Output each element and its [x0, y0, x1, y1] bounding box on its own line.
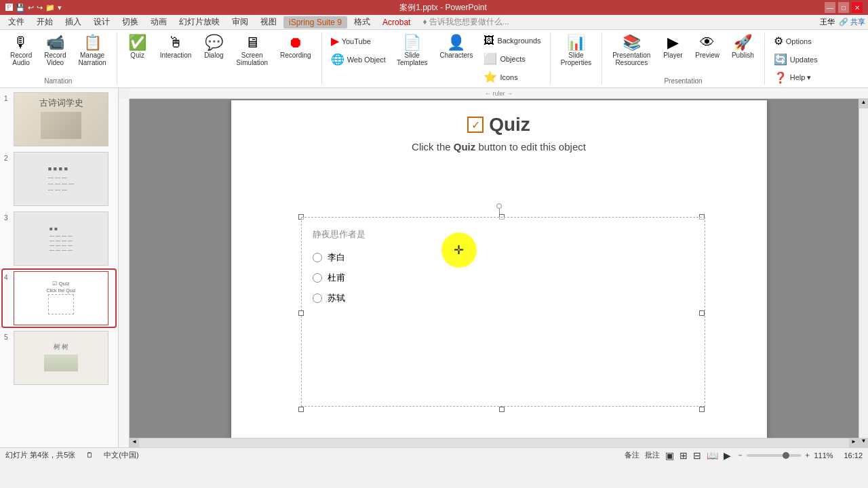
menu-animation[interactable]: 动画 [145, 15, 172, 29]
slide-sorter-btn[interactable]: ⊟ [693, 450, 701, 461]
menu-file[interactable]: 文件 [3, 15, 30, 29]
record-video-label: RecordVideo [44, 52, 66, 66]
manage-narration-button[interactable]: 📋 ManageNarration [74, 33, 111, 69]
main-area: 1 古诗词学史 2 ■ ■ ■ ■ — — — — — — — — — — [0, 88, 868, 447]
presentation-buttons: 📚 PresentationResources ▶ Player 👁 Previ… [608, 33, 759, 76]
quiz-header-section: ✓ Quiz [231, 114, 767, 136]
quick-save[interactable]: 💾 [16, 3, 25, 12]
quiz-option-2: 杜甫 [313, 272, 694, 284]
slideshow-btn[interactable]: ▶ [724, 450, 731, 461]
quiz-option-3-text: 苏轼 [328, 292, 345, 304]
slide-templates-icon: 📄 [403, 35, 421, 50]
slide-thumbnail-3[interactable]: 3 ■ ■ — — — —— — — —— — — —— — — — [3, 210, 115, 267]
manage-narration-label: ManageNarration [79, 52, 106, 66]
share-btn[interactable]: 🔗 共享 [839, 17, 865, 27]
slide-thumbnail-2[interactable]: 2 ■ ■ ■ ■ — — — — — — — — — — [3, 150, 115, 207]
slide-thumbnail-1[interactable]: 1 古诗词学史 [3, 91, 115, 148]
scroll-down-btn[interactable]: ▼ [859, 438, 869, 447]
ribbon-group-quiz: ✅ Quiz 🖱 Interaction 💬 Dialog 🖥 ScreenSi… [117, 33, 322, 85]
quick-access[interactable]: 📁 [45, 3, 55, 12]
radio-1[interactable] [313, 253, 322, 262]
screen-recording-label: Recording [280, 52, 311, 59]
menu-start[interactable]: 开始 [31, 15, 58, 29]
sel-handle-bottom-center[interactable] [499, 407, 505, 412]
options-label: Options [786, 37, 812, 45]
characters-button[interactable]: 👤 Characters [435, 33, 478, 62]
slide-img-4: ☑ Quiz Click the Quiz [14, 271, 108, 325]
quiz-option-1: 李白 [313, 251, 694, 264]
normal-view-btn[interactable]: ▣ [665, 450, 674, 461]
app-icon: 🅿 [5, 3, 13, 12]
publish-button[interactable]: 🚀 Publish [727, 33, 759, 62]
menu-design[interactable]: 设计 [88, 15, 115, 29]
canvas-area[interactable]: ✓ Quiz Click the Quiz button to edit thi… [130, 99, 868, 447]
player-button[interactable]: ▶ Player [658, 33, 688, 62]
scroll-left-btn[interactable]: ◄ [130, 439, 139, 448]
outline-view-btn[interactable]: ⊞ [679, 450, 688, 461]
sel-handle-bottom-left[interactable] [298, 407, 304, 412]
menu-insert[interactable]: 插入 [60, 15, 87, 29]
backgrounds-label: Backgrounds [497, 37, 540, 45]
rotation-handle[interactable] [496, 203, 502, 209]
updates-icon: 🔄 [774, 53, 787, 66]
zoom-out-btn[interactable]: － [736, 450, 744, 460]
zoom-in-btn[interactable]: ＋ [804, 450, 811, 460]
vertical-ruler: ruler [119, 99, 130, 447]
help-button[interactable]: ❓ Help ▾ [770, 69, 821, 86]
scroll-right-btn[interactable]: ► [849, 439, 859, 448]
menu-slideshow[interactable]: 幻灯片放映 [174, 15, 225, 29]
record-audio-button[interactable]: 🎙 RecordAudio [5, 33, 37, 69]
comments-btn[interactable]: 批注 [645, 450, 660, 460]
screen-simulation-button[interactable]: 🖥 ScreenSimulation [231, 33, 273, 69]
web-object-button[interactable]: 🌐 Web Object [328, 51, 389, 68]
slide-properties-button[interactable]: 📊 SlideProperties [556, 33, 597, 69]
quiz-button[interactable]: ✅ Quiz [123, 33, 153, 62]
close-button[interactable]: ✕ [852, 2, 863, 13]
ribbon: 🎙 RecordAudio 📹 RecordVideo 📋 ManageNarr… [0, 30, 868, 88]
icons-button[interactable]: ⭐ Icons [480, 68, 544, 85]
screen-recording-button[interactable]: ⏺ Recording [275, 33, 316, 62]
sel-handle-mid-left[interactable] [298, 310, 304, 316]
backgrounds-button[interactable]: 🖼 Backgrounds [480, 33, 544, 49]
redo-btn[interactable]: ↪ [37, 3, 43, 12]
publish-icon: 🚀 [734, 35, 752, 50]
notes-btn[interactable]: 备注 [625, 450, 639, 460]
scroll-up-btn[interactable]: ▲ [859, 99, 869, 108]
interaction-button[interactable]: 🖱 Interaction [155, 33, 197, 62]
menu-format[interactable]: 格式 [349, 15, 376, 29]
presentation-resources-button[interactable]: 📚 PresentationResources [608, 33, 655, 69]
preview-icon: 👁 [700, 35, 715, 50]
slide-thumbnail-5[interactable]: 5 树 树 [3, 329, 115, 386]
menu-acrobat[interactable]: Acrobat [377, 16, 416, 28]
options-button[interactable]: ⚙ Options [770, 33, 821, 49]
menu-transition[interactable]: 切换 [117, 15, 144, 29]
menu-view[interactable]: 视图 [255, 15, 282, 29]
minimize-button[interactable]: — [825, 2, 835, 13]
quiz-icon: ✅ [128, 35, 146, 50]
radio-2[interactable] [313, 273, 322, 283]
zoom-slider[interactable] [747, 454, 801, 457]
zoom-thumb[interactable] [783, 452, 789, 459]
zoom-level[interactable]: 111% [814, 451, 838, 460]
scroll-bottom[interactable]: ◄ ► [130, 438, 859, 447]
dialog-button[interactable]: 💬 Dialog [199, 33, 229, 62]
quiz-object-box[interactable]: 静夜思作者是 李白 杜甫 苏轼 [301, 217, 705, 407]
objects-button[interactable]: ⬜ Objects [480, 50, 544, 67]
updates-button[interactable]: 🔄 Updates [770, 51, 821, 68]
scroll-right[interactable]: ▲ ▼ [859, 99, 868, 447]
undo-btn[interactable]: ↩ [28, 3, 34, 12]
record-video-button[interactable]: 📹 RecordVideo [39, 33, 71, 69]
sel-handle-bottom-right[interactable] [699, 407, 705, 412]
reading-view-btn[interactable]: 📖 [707, 450, 718, 461]
menu-search[interactable]: ♦ 告诉我您想要做什么... [417, 15, 514, 29]
sel-handle-mid-right[interactable] [699, 310, 705, 316]
maximize-button[interactable]: □ [838, 2, 849, 13]
horizontal-ruler: ← ruler → [130, 88, 868, 99]
menu-ispring[interactable]: iSpring Suite 9 [283, 16, 347, 28]
radio-3[interactable] [313, 293, 322, 303]
slide-thumbnail-4[interactable]: 4 ☑ Quiz Click the Quiz [3, 270, 115, 327]
preview-button[interactable]: 👁 Preview [690, 33, 724, 62]
menu-review[interactable]: 审阅 [226, 15, 254, 29]
youtube-button[interactable]: ▶ YouTube [328, 33, 389, 49]
slide-templates-button[interactable]: 📄 SlideTemplates [392, 33, 433, 69]
